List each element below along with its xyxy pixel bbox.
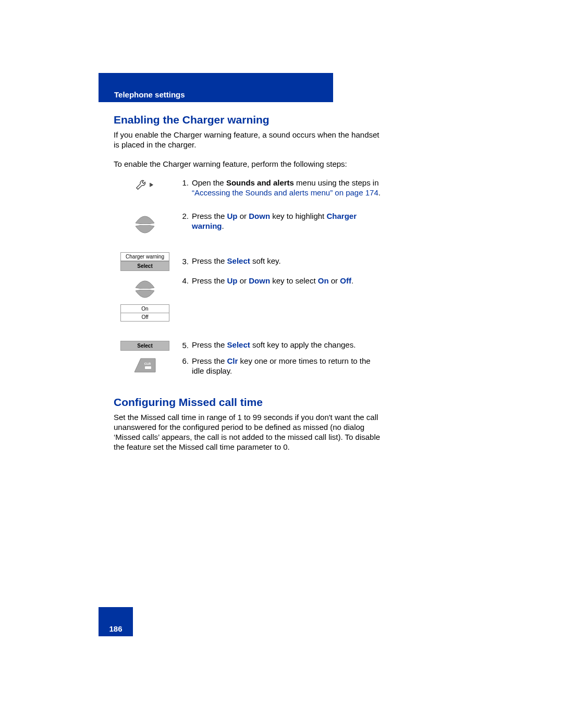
on-off-nav-ui: On Off (120, 277, 169, 322)
header-bar: Telephone settings (99, 73, 333, 102)
ui-option-on: On (121, 305, 169, 313)
step-number: 6. (176, 356, 192, 365)
section-heading-missed-call: Configuring Missed call time (114, 396, 385, 409)
ui-softkey-select-2: Select (120, 341, 169, 351)
step-text: Press the Clr key one or more times to r… (192, 356, 385, 376)
step-text: Press the Up or Down key to select On or… (192, 276, 385, 286)
step-3: Charger warning Select 3. Press the Sele… (114, 248, 385, 274)
clr-key-icon: CLR (133, 357, 156, 373)
step-text: Open the Sounds and alerts menu using th… (192, 178, 385, 198)
ui-label-charger-warning: Charger warning (121, 253, 169, 261)
charger-warning-select-ui: Charger warning Select (120, 252, 169, 271)
ui-softkey-select: Select (120, 261, 169, 271)
wrench-note-icon (135, 179, 155, 191)
link-accessing-sounds-menu[interactable]: “Accessing the Sounds and alerts menu” o… (192, 188, 378, 197)
steps-list: 1. Open the Sounds and alerts menu using… (114, 178, 385, 381)
step-number: 3. (176, 257, 192, 266)
step-6: CLR 6. Press the Clr key one or more tim… (114, 356, 385, 379)
step-5: Select 5. Press the Select soft key to a… (114, 336, 385, 354)
step-text: Press the Up or Down key to highlight Ch… (192, 212, 385, 231)
up-down-nav-icon (134, 213, 155, 237)
step-number: 1. (176, 178, 192, 187)
step-number: 5. (176, 341, 192, 350)
svg-rect-2 (145, 366, 151, 369)
content-area: Enabling the Charger warning If you enab… (114, 114, 385, 461)
document-page: Telephone settings Enabling the Charger … (0, 0, 563, 728)
svg-rect-0 (150, 183, 150, 187)
step-text: Press the Select soft key to apply the c… (192, 340, 385, 350)
header-section-title: Telephone settings (114, 90, 185, 99)
step-2: 2. Press the Up or Down key to highlight… (114, 212, 385, 246)
intro-paragraph: If you enable the Charger warning featur… (114, 130, 385, 150)
step-number: 2. (176, 212, 192, 220)
lead-paragraph: To enable the Charger warning feature, p… (114, 159, 385, 169)
missed-call-paragraph: Set the Missed call time in range of 1 t… (114, 413, 385, 452)
svg-text:CLR: CLR (144, 362, 151, 365)
section-heading-charger-warning: Enabling the Charger warning (114, 114, 385, 126)
step-4: On Off 4. Press the Up or Down key to se… (114, 276, 385, 334)
step-1: 1. Open the Sounds and alerts menu using… (114, 178, 385, 209)
page-number: 186 (109, 624, 122, 633)
ui-option-off: Off (121, 313, 169, 321)
step-text: Press the Select soft key. (192, 256, 385, 266)
footer-page-number-bar: 186 (99, 607, 133, 636)
step-number: 4. (176, 276, 192, 285)
